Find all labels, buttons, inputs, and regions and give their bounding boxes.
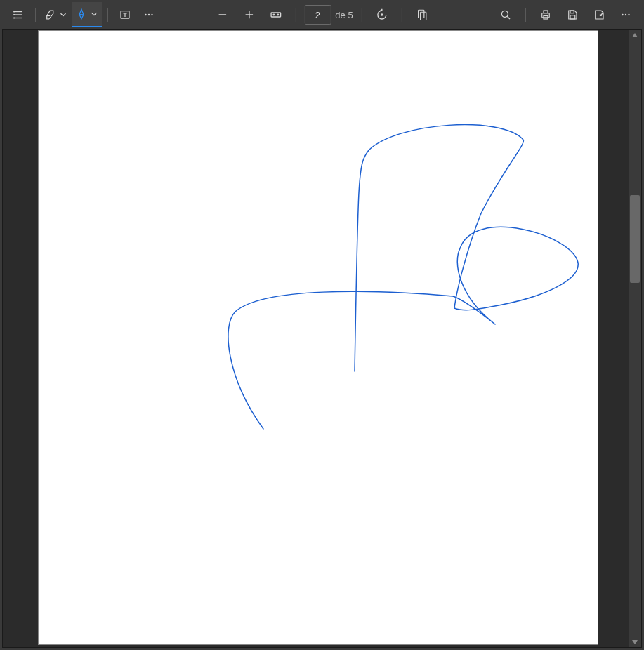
- separator: [295, 8, 296, 22]
- zoom-in-button[interactable]: [237, 4, 260, 26]
- svg-point-12: [148, 14, 150, 15]
- svg-line-24: [507, 16, 510, 19]
- page-number-input[interactable]: [304, 5, 331, 25]
- triangle-up-icon: [631, 32, 638, 38]
- pdf-page-current[interactable]: [38, 30, 598, 645]
- save-button[interactable]: [561, 4, 584, 26]
- page-container[interactable]: [3, 30, 627, 647]
- svg-point-23: [501, 11, 508, 17]
- save-as-icon: [593, 8, 605, 21]
- ink-stroke: [228, 125, 578, 429]
- highlighter-icon: [44, 8, 57, 21]
- print-icon: [539, 8, 552, 21]
- save-as-button[interactable]: [588, 4, 610, 26]
- svg-rect-28: [570, 11, 574, 13]
- highlighter-tool-button[interactable]: [41, 2, 71, 27]
- svg-rect-22: [420, 12, 426, 20]
- svg-marker-33: [632, 33, 638, 37]
- text-tool-button[interactable]: [114, 4, 136, 26]
- minus-icon: [216, 8, 228, 21]
- svg-point-5: [14, 18, 15, 18]
- svg-rect-25: [542, 13, 550, 18]
- scroll-down-button[interactable]: [629, 637, 641, 647]
- more-horizontal-icon: [619, 8, 632, 21]
- separator: [107, 8, 108, 22]
- svg-point-31: [625, 14, 626, 15]
- sidebar-toggle-button[interactable]: [7, 4, 29, 26]
- fit-to-width-button[interactable]: [264, 4, 287, 26]
- svg-point-30: [622, 14, 623, 15]
- scroll-up-button[interactable]: [629, 30, 641, 40]
- svg-point-13: [151, 14, 152, 15]
- plus-icon: [242, 8, 255, 21]
- svg-point-32: [628, 14, 629, 15]
- svg-rect-21: [418, 10, 423, 18]
- pen-icon: [75, 8, 88, 20]
- svg-point-19: [277, 14, 279, 15]
- scrollbar-thumb[interactable]: [630, 195, 640, 283]
- svg-point-3: [14, 11, 15, 12]
- svg-point-18: [273, 14, 275, 15]
- sidebar-icon: [12, 8, 25, 21]
- toolbar-right-group: [494, 4, 637, 26]
- separator: [35, 8, 36, 22]
- rotate-icon: [376, 8, 388, 21]
- search-icon: [499, 8, 512, 21]
- more-horizontal-icon: [143, 8, 155, 21]
- text-icon: [119, 8, 131, 21]
- more-tools-button[interactable]: [138, 4, 160, 26]
- rotate-button[interactable]: [371, 4, 393, 26]
- svg-rect-26: [544, 11, 548, 13]
- svg-marker-34: [632, 640, 638, 644]
- svg-point-4: [14, 15, 15, 15]
- svg-rect-29: [570, 15, 575, 19]
- svg-point-20: [381, 14, 383, 15]
- separator: [402, 8, 402, 22]
- toolbar-left-group: [7, 2, 160, 27]
- page-view-icon: [416, 8, 428, 21]
- pdf-viewer-area: [2, 29, 642, 648]
- vertical-scrollbar[interactable]: [629, 30, 641, 647]
- chevron-down-icon: [89, 9, 99, 19]
- zoom-out-button[interactable]: [211, 4, 233, 26]
- main-toolbar: de 5: [0, 0, 644, 29]
- more-options-button[interactable]: [615, 4, 637, 26]
- save-icon: [566, 8, 579, 21]
- toolbar-center-group: de 5: [211, 4, 433, 26]
- svg-rect-17: [271, 13, 281, 17]
- page-total-label: de 5: [335, 10, 353, 20]
- svg-point-11: [145, 14, 146, 15]
- search-button[interactable]: [494, 4, 517, 26]
- separator: [362, 8, 362, 22]
- ink-annotation: [39, 31, 599, 646]
- separator: [525, 8, 526, 22]
- triangle-down-icon: [631, 639, 638, 645]
- pen-tool-button[interactable]: [72, 2, 102, 27]
- page-view-button[interactable]: [411, 4, 433, 26]
- chevron-down-icon: [58, 10, 68, 20]
- fit-icon: [269, 8, 282, 21]
- print-button[interactable]: [534, 4, 557, 26]
